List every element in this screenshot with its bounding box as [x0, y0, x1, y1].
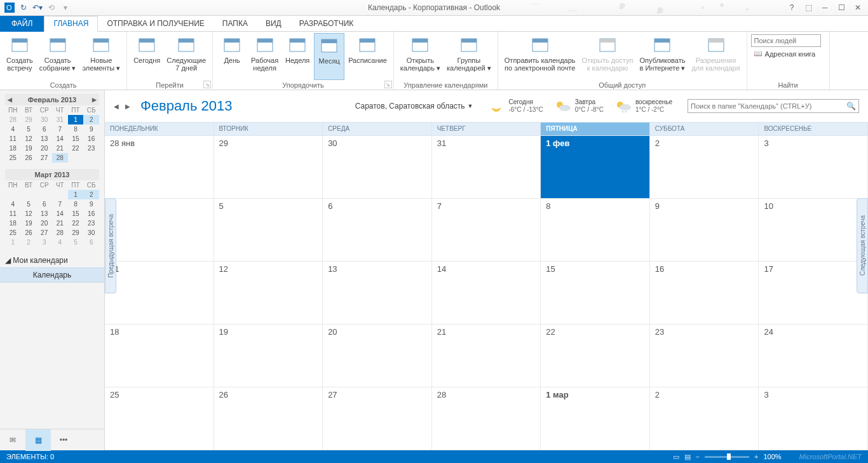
nav-more-icon[interactable]: •••: [51, 429, 76, 451]
day-cell[interactable]: 12: [214, 262, 323, 325]
mini-day-cell[interactable]: 5: [68, 238, 84, 247]
ribbon-arrange-1[interactable]: Рабочаянеделя: [248, 33, 281, 80]
day-cell[interactable]: 3: [759, 136, 868, 199]
qat-rss-icon[interactable]: ▾: [60, 2, 71, 13]
ribbon-manage-0[interactable]: Открытькалендарь ▾: [398, 33, 443, 80]
next-appointment-handle[interactable]: Следующая встреча: [857, 198, 868, 293]
ribbon-share-0[interactable]: Отправить календарьпо электронной почте: [502, 33, 578, 80]
mini-day-cell[interactable]: 6: [36, 124, 52, 134]
search-icon[interactable]: 🔍: [846, 102, 856, 111]
mini-day-cell[interactable]: 16: [83, 134, 99, 144]
prev-month-icon[interactable]: ◀: [114, 103, 119, 110]
tab-file[interactable]: ФАЙЛ: [0, 16, 44, 32]
day-cell[interactable]: 8: [541, 199, 650, 262]
mini-day-cell[interactable]: 18: [5, 218, 21, 228]
ribbon-goto-1[interactable]: Следующие7 дней: [164, 33, 208, 80]
day-cell[interactable]: 7: [432, 199, 541, 262]
minimize-icon[interactable]: ─: [817, 2, 832, 13]
ribbon-manage-1[interactable]: Группыкалендарей ▾: [444, 33, 494, 80]
day-cell[interactable]: 29: [214, 136, 323, 199]
address-book-button[interactable]: 📖Адресная книга: [751, 50, 825, 58]
mini-day-cell[interactable]: 19: [21, 144, 37, 153]
qat-arrow-icon[interactable]: ⟲: [46, 2, 57, 13]
view-normal-icon[interactable]: ▭: [673, 453, 679, 461]
day-cell[interactable]: 16: [650, 262, 759, 325]
ribbon-create-0[interactable]: Создатьвстречу: [4, 33, 36, 80]
mini-day-cell[interactable]: 29: [21, 115, 37, 124]
mini-day-cell[interactable]: 2: [83, 190, 99, 199]
mini-day-cell[interactable]: 7: [52, 124, 68, 134]
mini-day-cell[interactable]: 15: [68, 209, 84, 218]
day-cell[interactable]: 3: [759, 387, 868, 450]
ribbon-create-2[interactable]: Новыеэлементы ▾: [79, 33, 123, 80]
next-month-icon[interactable]: ▶: [125, 103, 130, 110]
tab-2[interactable]: ПАПКА: [214, 16, 257, 32]
mini-prev-icon[interactable]: ◀: [8, 97, 12, 103]
ribbon-collapse-icon[interactable]: ⬚: [801, 2, 816, 13]
day-cell[interactable]: 18: [105, 325, 214, 387]
mini-day-cell[interactable]: 21: [52, 144, 68, 153]
mini-day-cell[interactable]: 20: [36, 218, 52, 228]
day-cell[interactable]: 28 янв: [105, 136, 214, 199]
zoom-in-icon[interactable]: +: [754, 453, 758, 460]
mini-day-cell[interactable]: 30: [83, 228, 99, 238]
day-cell[interactable]: 26: [214, 387, 323, 450]
mini-day-cell[interactable]: 26: [21, 228, 37, 238]
mini-day-cell[interactable]: 15: [68, 134, 84, 144]
prev-appointment-handle[interactable]: Предыдущая встреча: [105, 198, 116, 293]
dialog-launcher-icon[interactable]: ↘: [384, 81, 392, 88]
mini-day-cell[interactable]: [21, 190, 37, 199]
mini-day-cell[interactable]: 30: [36, 115, 52, 124]
mini-day-cell[interactable]: 8: [68, 124, 84, 134]
calendar-search-input[interactable]: [691, 102, 846, 110]
mini-day-cell[interactable]: 6: [36, 199, 52, 209]
day-cell[interactable]: 9: [650, 199, 759, 262]
mini-day-cell[interactable]: 2: [21, 238, 37, 247]
qat-undo-icon[interactable]: ↶▾: [32, 2, 43, 13]
calendar-item-selected[interactable]: Календарь: [0, 267, 104, 283]
mini-day-cell[interactable]: 14: [52, 209, 68, 218]
mini-day-cell[interactable]: 28: [52, 153, 68, 163]
mini-day-cell[interactable]: 22: [68, 218, 84, 228]
people-search-input[interactable]: [751, 34, 821, 47]
weather-location[interactable]: Саратов, Саратовская область ▼: [355, 102, 473, 111]
tab-3[interactable]: ВИД: [257, 16, 290, 32]
ribbon-goto-0[interactable]: Сегодня: [131, 33, 163, 80]
dialog-launcher-icon[interactable]: ↘: [203, 81, 211, 88]
mini-day-cell[interactable]: 19: [21, 218, 37, 228]
day-cell[interactable]: 15: [541, 262, 650, 325]
day-cell[interactable]: 11: [105, 262, 214, 325]
maximize-icon[interactable]: ☐: [834, 2, 849, 13]
mini-day-cell[interactable]: 21: [52, 218, 68, 228]
my-calendars-header[interactable]: ◢ Мои календари: [5, 256, 99, 265]
mini-day-cell[interactable]: 8: [68, 199, 84, 209]
mini-day-cell[interactable]: 18: [5, 144, 21, 153]
day-cell[interactable]: 13: [323, 262, 432, 325]
ribbon-arrange-4[interactable]: Расписание: [346, 33, 390, 80]
mini-day-cell[interactable]: 4: [52, 238, 68, 247]
nav-calendar-icon[interactable]: ▦: [25, 429, 51, 451]
mini-day-cell[interactable]: 16: [83, 209, 99, 218]
tab-0[interactable]: ГЛАВНАЯ: [44, 16, 98, 32]
mini-day-cell[interactable]: 29: [68, 228, 84, 238]
mini-next-icon[interactable]: ▶: [92, 97, 97, 103]
mini-day-cell[interactable]: 13: [36, 134, 52, 144]
mini-day-cell[interactable]: 13: [36, 209, 52, 218]
mini-calendar-feb[interactable]: ◀Февраль 2013▶ ПНВТСРЧТПТСБ2829303112456…: [0, 94, 104, 169]
mini-day-cell[interactable]: 6: [83, 238, 99, 247]
mini-day-cell[interactable]: [5, 190, 21, 199]
mini-day-cell[interactable]: 28: [5, 115, 21, 124]
mini-day-cell[interactable]: 2: [83, 115, 99, 124]
day-cell[interactable]: 19: [214, 325, 323, 387]
qat-send-receive-icon[interactable]: ↻: [18, 2, 29, 13]
ribbon-arrange-2[interactable]: Неделя: [282, 33, 313, 80]
day-cell[interactable]: 21: [432, 325, 541, 387]
mini-day-cell[interactable]: 7: [52, 199, 68, 209]
mini-day-cell[interactable]: 26: [21, 153, 37, 163]
day-cell[interactable]: 30: [323, 136, 432, 199]
mini-day-cell[interactable]: 5: [21, 199, 37, 209]
mini-day-cell[interactable]: 11: [5, 134, 21, 144]
nav-mail-icon[interactable]: ✉: [0, 429, 25, 451]
day-cell[interactable]: 2: [650, 387, 759, 450]
ribbon-arrange-3[interactable]: Месяц: [314, 33, 344, 80]
